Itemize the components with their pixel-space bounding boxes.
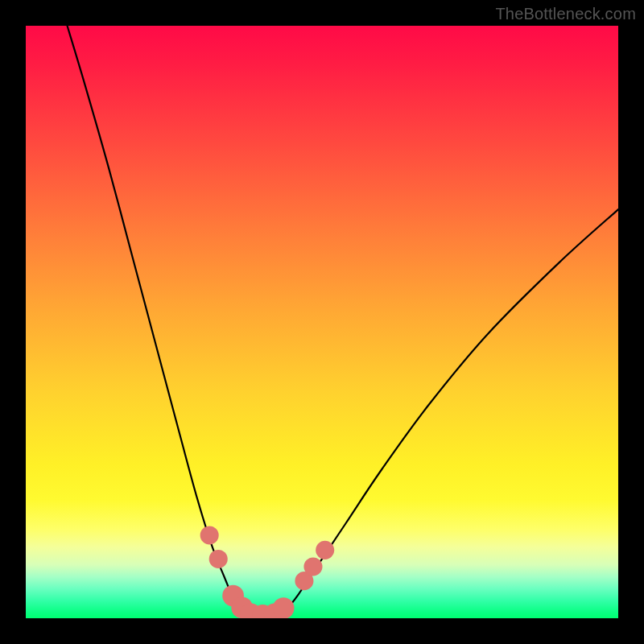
data-marker xyxy=(273,597,295,618)
watermark-text: TheBottleneck.com xyxy=(495,5,636,23)
data-marker xyxy=(316,541,334,559)
chart-frame: TheBottleneck.com xyxy=(0,0,644,644)
data-marker xyxy=(209,550,228,568)
curve-left-curve xyxy=(68,26,248,616)
plot-area xyxy=(26,26,618,618)
chart-svg xyxy=(26,26,618,618)
data-marker xyxy=(200,526,219,544)
data-marker xyxy=(303,557,322,576)
